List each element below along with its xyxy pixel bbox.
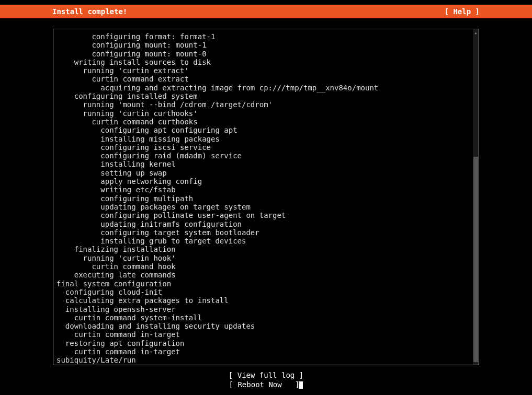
help-button[interactable]: [ Help ] [445, 7, 480, 16]
header-bar: Install complete! [ Help ] [0, 5, 532, 18]
install-log: configuring format: format-1 configuring… [53, 29, 479, 365]
log-line: running 'curtin extract' [56, 66, 470, 75]
log-line: updating packages on target system [56, 203, 470, 211]
cursor-icon [299, 381, 303, 389]
log-line: configuring mount: mount-1 [56, 41, 470, 49]
log-line: writing install sources to disk [56, 58, 470, 66]
log-line: configuring target system bootloader [56, 228, 470, 237]
log-line: curtin command system-install [56, 313, 470, 322]
log-line: running 'mount --bind /cdrom /target/cdr… [56, 100, 470, 109]
log-line: configuring pollinate user-agent on targ… [56, 211, 470, 219]
log-line: updating initramfs configuration [56, 220, 470, 228]
log-line: configuring mount: mount-0 [56, 50, 470, 58]
log-line: running 'curtin hook' [56, 254, 470, 262]
log-line: installing openssh-server [56, 305, 470, 313]
scrollbar[interactable]: ▴ [473, 29, 479, 365]
log-line: restoring apt configuration [56, 339, 470, 347]
log-line: apply networking config [56, 177, 470, 185]
action-bar: [ View full log ] [ Reboot Now ] [53, 370, 479, 389]
log-line: executing late commands [56, 271, 470, 279]
log-line: configuring apt configuring apt [56, 126, 470, 134]
log-line: installing kernel [56, 160, 470, 168]
main-area: configuring format: format-1 configuring… [0, 18, 532, 389]
log-line: configuring cloud-init [56, 288, 470, 296]
log-line: calculating extra packages to install [56, 296, 470, 305]
log-line: curtin command extract [56, 75, 470, 83]
log-line: curtin command in-target [56, 347, 470, 356]
log-line: running 'curtin curthooks' [56, 109, 470, 118]
log-line: curtin command hook [56, 262, 470, 271]
log-line: curtin command in-target [56, 330, 470, 339]
log-line: configuring raid (mdadm) service [56, 152, 470, 160]
log-line: setting up swap [56, 169, 470, 177]
log-line: final system configuration [56, 280, 470, 288]
log-line: installing grub to target devices [56, 237, 470, 245]
log-content: configuring format: format-1 configuring… [53, 29, 473, 365]
log-line: writing etc/fstab [56, 185, 470, 194]
log-line: subiquity/Late/run [56, 356, 470, 364]
log-line: configuring installed system [56, 92, 470, 100]
log-line: configuring multipath [56, 194, 470, 203]
log-line: acquiring and extracting image from cp:/… [56, 84, 470, 92]
scrollbar-thumb[interactable] [473, 157, 478, 362]
view-full-log-button[interactable]: [ View full log ] [229, 371, 303, 379]
reboot-now-button[interactable]: [ Reboot Now ] [229, 380, 300, 389]
log-line: configuring format: format-1 [56, 32, 470, 41]
log-line: curtin command curthooks [56, 118, 470, 126]
header-title: Install complete! [52, 7, 127, 16]
log-line: finalizing installation [56, 245, 470, 253]
scroll-up-arrow[interactable]: ▴ [473, 30, 479, 36]
log-line: downloading and installing security upda… [56, 322, 470, 330]
log-line: installing missing packages [56, 135, 470, 143]
log-line: configuring iscsi service [56, 143, 470, 152]
